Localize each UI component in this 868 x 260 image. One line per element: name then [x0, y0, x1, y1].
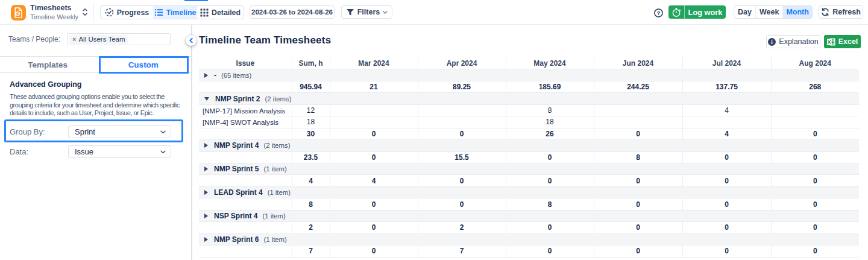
- svg-text:?: ?: [657, 10, 661, 16]
